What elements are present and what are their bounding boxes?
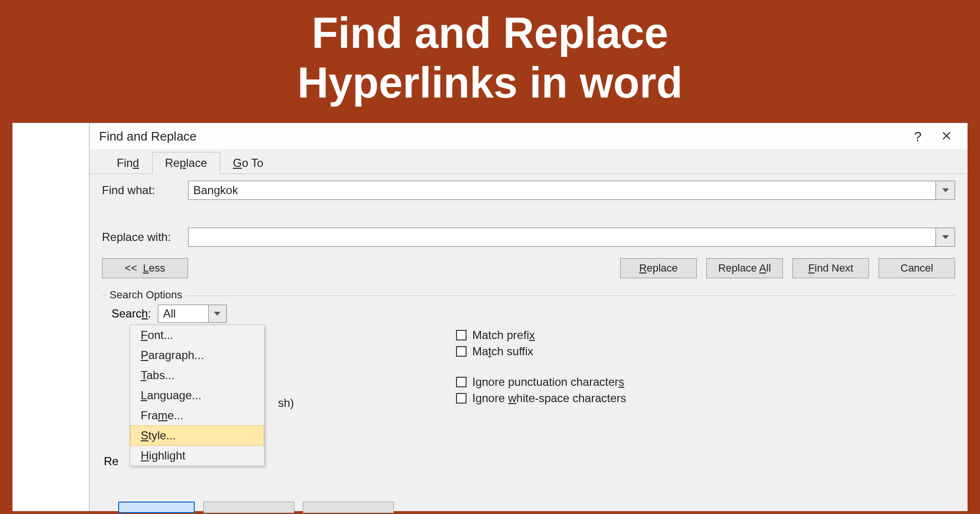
ignore-whitespace-label: Ignore white-space characters bbox=[472, 392, 626, 405]
format-menu-font[interactable]: Font... bbox=[130, 325, 264, 345]
search-direction-dropdown-button[interactable] bbox=[209, 305, 227, 323]
format-menu-style[interactable]: Style... bbox=[130, 426, 264, 446]
replace-with-label: Replace with: bbox=[102, 230, 188, 244]
chevron-down-icon bbox=[214, 312, 221, 316]
checkbox-box-icon bbox=[456, 330, 467, 340]
close-button[interactable] bbox=[932, 129, 961, 144]
replace-button[interactable]: Replace bbox=[620, 258, 697, 278]
options-area: Font... Paragraph... Tabs... Language...… bbox=[102, 328, 955, 405]
search-direction-input[interactable] bbox=[158, 305, 209, 323]
chevron-down-icon bbox=[942, 188, 949, 192]
match-prefix-checkbox[interactable]: Match prefix bbox=[456, 328, 626, 342]
dialog-tabs: Find Replace Go To bbox=[89, 150, 968, 174]
special-button-stub[interactable] bbox=[203, 502, 294, 513]
format-menu-paragraph[interactable]: Paragraph... bbox=[130, 345, 264, 365]
page-heading-line2: Hyperlinks in word bbox=[0, 57, 980, 109]
format-menu-language[interactable]: Language... bbox=[130, 385, 264, 405]
cancel-button[interactable]: Cancel bbox=[879, 258, 955, 278]
replace-all-button[interactable]: Replace All bbox=[706, 258, 783, 278]
search-direction-row: Search: bbox=[111, 305, 955, 323]
replace-with-input[interactable] bbox=[188, 228, 936, 247]
match-suffix-checkbox[interactable]: Match suffix bbox=[456, 345, 626, 358]
page-heading-line1: Find and Replace bbox=[0, 10, 980, 57]
chevron-down-icon bbox=[942, 235, 949, 239]
find-what-row: Find what: bbox=[102, 181, 955, 200]
right-checkbox-column: Match prefix Match suffix Ignore punctua… bbox=[456, 328, 626, 405]
partial-text-sh: sh) bbox=[278, 396, 294, 410]
no-formatting-button-stub[interactable] bbox=[303, 502, 394, 513]
replace-with-dropdown-button[interactable] bbox=[936, 228, 955, 247]
format-menu-highlight[interactable]: Highlight bbox=[130, 446, 264, 466]
replace-section-label-partial: Re bbox=[104, 455, 119, 468]
tab-goto[interactable]: Go To bbox=[220, 152, 277, 174]
ignore-punctuation-label: Ignore punctuation characters bbox=[472, 375, 624, 389]
checkbox-box-icon bbox=[456, 377, 467, 387]
replace-with-row: Replace with: bbox=[102, 228, 955, 247]
tab-replace[interactable]: Replace bbox=[152, 152, 220, 174]
replace-with-combo bbox=[188, 228, 955, 247]
find-what-combo bbox=[188, 181, 955, 200]
ignore-whitespace-checkbox[interactable]: Ignore white-space characters bbox=[456, 392, 626, 405]
dialog-title: Find and Replace bbox=[99, 129, 903, 144]
dialog-button-row: << Less Replace Replace All Find Next Ca… bbox=[102, 258, 955, 278]
ignore-punctuation-checkbox[interactable]: Ignore punctuation characters bbox=[456, 375, 626, 389]
checkbox-box-icon bbox=[456, 393, 467, 404]
tab-find[interactable]: Find bbox=[104, 152, 152, 174]
less-button[interactable]: << Less bbox=[102, 258, 188, 278]
search-direction-combo bbox=[158, 305, 227, 323]
find-next-button[interactable]: Find Next bbox=[792, 258, 869, 278]
format-button-stub[interactable] bbox=[118, 502, 195, 513]
dialog-titlebar: Find and Replace ? bbox=[89, 123, 968, 150]
checkbox-box-icon bbox=[456, 346, 467, 357]
bottom-button-stubs bbox=[118, 502, 394, 513]
format-menu: Font... Paragraph... Tabs... Language...… bbox=[130, 325, 265, 466]
search-options-label: Search Options bbox=[107, 289, 185, 301]
find-what-input[interactable] bbox=[188, 181, 936, 200]
find-replace-dialog: Find and Replace ? Find Replace Go To Fi… bbox=[89, 123, 968, 511]
dialog-body: Find what: Replace with: < bbox=[89, 174, 968, 405]
match-prefix-label: Match prefix bbox=[472, 328, 535, 342]
screenshot-frame: Find and Replace ? Find Replace Go To Fi… bbox=[12, 123, 968, 511]
format-menu-tabs[interactable]: Tabs... bbox=[130, 365, 264, 385]
search-options-divider bbox=[102, 295, 955, 296]
checkbox-gap bbox=[456, 361, 626, 372]
match-suffix-label: Match suffix bbox=[472, 345, 534, 358]
search-direction-label: Search: bbox=[111, 307, 151, 320]
find-what-label: Find what: bbox=[102, 184, 188, 197]
help-button[interactable]: ? bbox=[903, 129, 932, 144]
page-heading: Find and Replace Hyperlinks in word bbox=[0, 0, 980, 123]
format-menu-frame[interactable]: Frame... bbox=[130, 405, 264, 426]
close-icon bbox=[941, 131, 952, 141]
find-what-dropdown-button[interactable] bbox=[936, 181, 955, 200]
